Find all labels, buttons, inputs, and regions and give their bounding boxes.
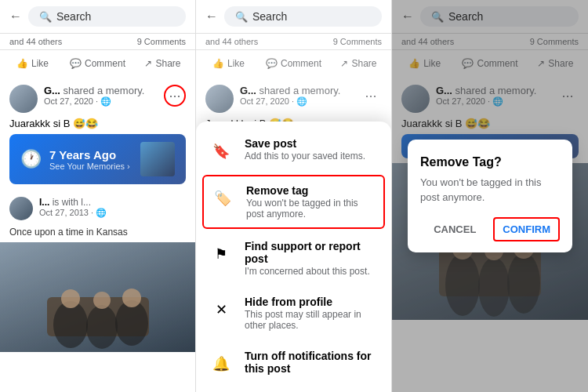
middle-avatar-img [205, 85, 234, 113]
middle-share-icon: ↗ [340, 58, 348, 69]
middle-search-input-wrap[interactable]: 🔍 Search [224, 6, 382, 27]
left-search-icon: 🔍 [39, 11, 52, 23]
left-comment-btn[interactable]: 💬 Comment [65, 53, 130, 74]
left-share-label: Share [155, 58, 180, 69]
left-post-date: Oct 27, 2020 · 🌐 [44, 96, 158, 107]
left-search-bar: ← 🔍 Search [0, 0, 195, 34]
left-post-menu-btn[interactable]: ··· [164, 85, 186, 107]
middle-post-header: G... shared a memory. Oct 27, 2020 · 🌐 ·… [196, 77, 391, 118]
middle-save-text: Save post Add this to your saved items. [245, 137, 365, 162]
left-post-emoji: 😅😂 [73, 118, 98, 129]
middle-sheet-item-notifications[interactable]: 🔔 Turn off notifications for this post [196, 340, 391, 386]
middle-hide-icon: ✕ [209, 297, 234, 322]
svg-point-4 [61, 289, 80, 308]
left-back-arrow[interactable]: ← [9, 9, 22, 24]
left-sub-date: Oct 27, 2013 · 🌐 [39, 208, 186, 218]
right-dialog-actions: CANCEL CONFIRM [420, 217, 560, 241]
middle-avatar [205, 85, 234, 113]
middle-sheet-item-save[interactable]: 🔖 Save post Add this to your saved items… [196, 128, 391, 173]
middle-panel: ← 🔍 Search and 44 others 9 Comments 👍 Li… [196, 0, 392, 392]
middle-search-bar: ← 🔍 Search [196, 0, 391, 34]
middle-sheet-item-hide[interactable]: ✕ Hide from profile This post may still … [196, 286, 391, 340]
left-post-name: G... shared a memory. [44, 85, 158, 96]
left-memory-left: 🕐 7 Years Ago See Your Memories › [20, 148, 130, 171]
left-sub-with: is with l... [53, 197, 91, 208]
left-share-btn[interactable]: ↗ Share [130, 53, 195, 74]
middle-comments-count: 9 Comments [333, 37, 382, 46]
middle-notif-text: Turn off notifications for this post [245, 350, 379, 375]
middle-action-bar-top: 👍 Like 💬 Comment ↗ Share [196, 49, 391, 77]
middle-report-title: Find support or report post [245, 240, 379, 265]
middle-share-btn[interactable]: ↗ Share [326, 53, 391, 74]
middle-comment-label: Comment [281, 58, 321, 69]
middle-tag-icon: 🏷️ [210, 186, 235, 211]
left-memory-icon: 🕐 [20, 149, 42, 169]
left-like-btn[interactable]: 👍 Like [0, 53, 65, 74]
middle-tag-text: Remove tag You won't be tagged in this p… [246, 184, 377, 220]
left-like-icon: 👍 [16, 58, 28, 69]
middle-like-label: Like [227, 58, 245, 69]
left-comments-count: 9 Comments [137, 37, 186, 46]
middle-post-date: Oct 27, 2020 · 🌐 [240, 96, 354, 107]
middle-notif-icon: 🔔 [209, 351, 234, 376]
left-memory-text: 7 Years Ago See Your Memories › [49, 148, 130, 171]
middle-hide-title: Hide from profile [245, 296, 379, 308]
svg-point-6 [122, 289, 141, 307]
middle-comment-icon: 💬 [266, 58, 278, 69]
left-memory-banner[interactable]: 🕐 7 Years Ago See Your Memories › [9, 134, 186, 184]
right-panel: ← 🔍 Search and 44 others 9 Comments 👍 Li… [392, 0, 588, 392]
middle-sheet-item-remove-tag[interactable]: 🏷️ Remove tag You won't be tagged in thi… [202, 175, 385, 229]
right-dialog-body: You won't be tagged in this post anymore… [420, 176, 560, 204]
right-dialog-title: Remove Tag? [420, 155, 560, 169]
left-like-label: Like [31, 58, 49, 69]
middle-like-btn[interactable]: 👍 Like [196, 53, 261, 74]
left-sub-avatar [9, 197, 33, 220]
middle-save-sub: Add this to your saved items. [245, 151, 365, 162]
left-reactions-label: and 44 others [9, 37, 62, 46]
middle-report-icon: ⚑ [209, 241, 234, 267]
left-avatar-img [9, 85, 38, 113]
right-confirm-btn[interactable]: CONFIRM [493, 217, 560, 241]
left-search-input-wrap[interactable]: 🔍 Search [28, 6, 186, 27]
middle-post-meta: G... shared a memory. Oct 27, 2020 · 🌐 [240, 85, 354, 107]
svg-point-2 [86, 305, 118, 349]
middle-post-menu-btn[interactable]: ··· [360, 85, 382, 107]
left-action-bar-top: 👍 Like 💬 Comment ↗ Share [0, 49, 195, 77]
left-avatar [9, 85, 38, 113]
middle-search-icon: 🔍 [235, 11, 248, 23]
middle-shared-label: shared a memory. [260, 85, 341, 96]
left-panel: ← 🔍 Search and 44 others 9 Comments 👍 Li… [0, 0, 196, 392]
middle-reactions-label: and 44 others [205, 37, 258, 46]
left-image-svg [0, 242, 195, 352]
middle-like-icon: 👍 [212, 58, 224, 69]
left-sub-name: I... is with l... [39, 197, 186, 208]
right-dialog-box: Remove Tag? You won't be tagged in this … [408, 140, 572, 252]
middle-report-text: Find support or report post I'm concerne… [245, 240, 379, 277]
left-search-text: Search [56, 10, 91, 23]
left-post-image [0, 242, 195, 352]
left-post-header: G... shared a memory. Oct 27, 2020 · 🌐 ·… [0, 77, 195, 118]
right-cancel-btn[interactable]: CANCEL [426, 217, 484, 241]
left-sub-meta: I... is with l... Oct 27, 2013 · 🌐 [39, 197, 186, 218]
middle-hide-text: Hide from profile This post may still ap… [245, 296, 379, 331]
svg-point-5 [93, 292, 111, 309]
left-top-bar: and 44 others 9 Comments [0, 34, 195, 49]
left-sub-text: Once upon a time in Kansas [0, 223, 195, 242]
middle-bottom-sheet: 🔖 Save post Add this to your saved items… [196, 122, 391, 392]
left-memory-sub: See Your Memories › [49, 162, 130, 171]
left-post-meta: G... shared a memory. Oct 27, 2020 · 🌐 [44, 85, 158, 107]
left-shared-label: shared a memory. [64, 85, 145, 96]
middle-back-arrow[interactable]: ← [205, 9, 218, 24]
middle-sheet-item-report[interactable]: ⚑ Find support or report post I'm concer… [196, 230, 391, 286]
left-comment-label: Comment [85, 58, 125, 69]
left-memory-photo [140, 142, 175, 176]
middle-report-sub: I'm concerned about this post. [245, 266, 379, 277]
left-post-text: Juarakkk si B 😅😂 [0, 118, 195, 134]
left-memory-title: 7 Years Ago [49, 148, 130, 162]
middle-save-title: Save post [245, 137, 365, 150]
left-comment-icon: 💬 [70, 58, 82, 69]
middle-post-name: G... shared a memory. [240, 85, 354, 96]
left-share-icon: ↗ [144, 58, 152, 69]
middle-comment-btn[interactable]: 💬 Comment [261, 53, 326, 74]
middle-notif-title: Turn off notifications for this post [245, 350, 379, 375]
